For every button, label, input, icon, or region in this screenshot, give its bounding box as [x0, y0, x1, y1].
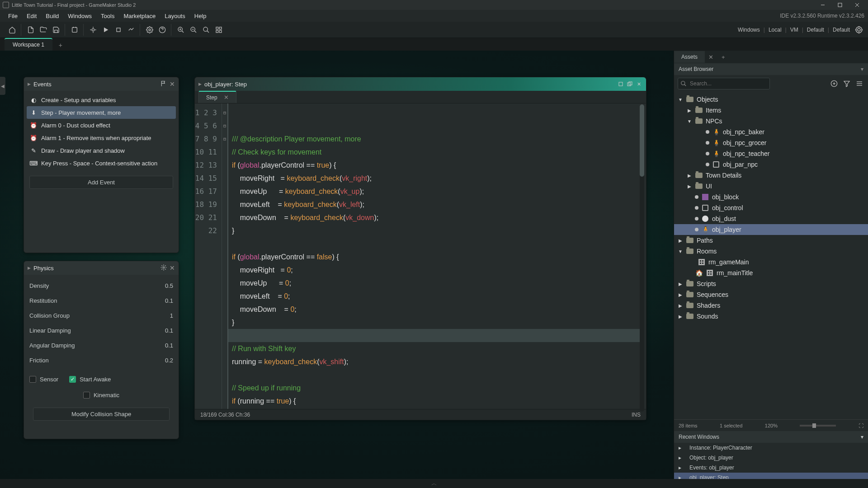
tree-arrow-icon[interactable] [678, 249, 683, 254]
game-options-button[interactable] [144, 24, 156, 36]
docks-button[interactable] [213, 24, 225, 36]
tree-item[interactable]: obj_dust [674, 213, 868, 224]
menu-layouts[interactable]: Layouts [160, 11, 190, 21]
tree-item[interactable]: 🧍obj_npc_grocer [674, 137, 868, 148]
create-exe-button[interactable] [69, 24, 80, 36]
events-close-icon[interactable]: ✕ [170, 80, 175, 88]
code-text-area[interactable]: /// @description Player movement, more /… [228, 103, 646, 409]
tree-item[interactable]: 🧍obj_npc_baker [674, 127, 868, 137]
tree-arrow-icon[interactable] [678, 282, 683, 286]
search-input[interactable] [678, 78, 770, 89]
home-button[interactable] [6, 24, 18, 36]
tree-arrow-icon[interactable] [687, 184, 692, 189]
event-item[interactable]: ⌨Key Press - Space - Context-sensitive a… [27, 157, 176, 169]
tree-item[interactable]: NPCs [674, 116, 868, 127]
close-tab-icon[interactable]: ✕ [224, 94, 229, 101]
tree-item[interactable]: Sounds [674, 311, 868, 322]
recent-windows-header[interactable]: Recent Windows ▾ [674, 431, 868, 443]
new-project-button[interactable] [25, 24, 37, 36]
clean-button[interactable] [125, 24, 137, 36]
tree-item[interactable]: Scripts [674, 278, 868, 289]
menu-build[interactable]: Build [41, 11, 63, 21]
event-item[interactable]: ⬇Step - Player movement, more [27, 106, 176, 119]
tree-item[interactable]: Objects [674, 94, 868, 105]
save-project-button[interactable] [50, 24, 62, 36]
add-asset-button[interactable] [829, 79, 839, 89]
menu-windows[interactable]: Windows [63, 11, 96, 21]
tree-item[interactable]: obj_control [674, 202, 868, 213]
event-item[interactable]: ◐Create - Setup and variables [27, 94, 176, 106]
tree-item[interactable]: 🧍obj_npc_teacher [674, 148, 868, 159]
tree-item[interactable]: rm_gameMain [674, 257, 868, 267]
assets-tab-close[interactable]: ✕ [705, 54, 717, 61]
tree-arrow-icon[interactable] [678, 238, 683, 243]
tree-arrow-icon[interactable] [678, 314, 683, 319]
zoom-in-button[interactable] [175, 24, 187, 36]
menu-tools[interactable]: Tools [96, 11, 119, 21]
tree-arrow-icon[interactable] [678, 97, 683, 102]
code-tab-step[interactable]: Step ✕ [198, 91, 236, 103]
maximize-button[interactable] [832, 0, 848, 9]
event-item[interactable]: ✎Draw - Draw player and shadow [27, 144, 176, 157]
stop-button[interactable] [113, 24, 124, 36]
recent-item[interactable]: ▸Events: obj_player [674, 463, 868, 473]
open-project-button[interactable] [38, 24, 49, 36]
collapsed-panel-stub[interactable]: ◀ [0, 77, 5, 95]
tree-arrow-icon[interactable] [678, 292, 683, 297]
event-item[interactable]: ⏰Alarm 0 - Dust cloud effect [27, 119, 176, 131]
menu-marketplace[interactable]: Marketplace [119, 11, 160, 21]
gear-icon[interactable] [160, 264, 167, 272]
expand-icon[interactable]: ⛶ [859, 423, 863, 428]
tree-item[interactable]: Town Details [674, 170, 868, 181]
tree-item[interactable]: Shaders [674, 300, 868, 311]
menu-help[interactable]: Help [190, 11, 211, 21]
physics-value[interactable]: 0.1 [165, 327, 173, 334]
fold-column[interactable]: ⊟ ⊟ ⊟ [222, 103, 228, 409]
recent-item[interactable]: ▸Object: obj_player [674, 453, 868, 463]
tree-arrow-icon[interactable] [687, 173, 692, 178]
asset-browser-header[interactable]: Asset Browser ▾ [674, 63, 868, 75]
tree-item[interactable]: Paths [674, 235, 868, 246]
close-button[interactable] [849, 0, 865, 9]
tree-item[interactable]: obj_block [674, 192, 868, 202]
recent-item[interactable]: ▸obj_player: Step [674, 473, 868, 479]
bottom-dock-handle[interactable]: ︿ [0, 479, 868, 488]
workspace-canvas[interactable]: ◀ ▶Events ✕ ◐Create - Setup and variable… [0, 51, 868, 479]
zoom-out-button[interactable] [188, 24, 199, 36]
minimize-button[interactable] [815, 0, 831, 9]
run-button[interactable] [100, 24, 112, 36]
code-restore-icon[interactable] [617, 81, 624, 87]
target-vm[interactable]: VM [790, 27, 798, 33]
target-local[interactable]: Local [769, 27, 782, 33]
event-item[interactable]: ⏰Alarm 1 - Remove items when appropriate [27, 131, 176, 144]
target-default1[interactable]: Default [807, 27, 824, 33]
tree-arrow-icon[interactable] [687, 108, 692, 113]
tree-arrow-icon[interactable] [687, 119, 692, 124]
physics-value[interactable]: 0.1 [165, 342, 173, 349]
tree-item[interactable]: UI [674, 181, 868, 192]
physics-value[interactable]: 1 [170, 312, 173, 319]
assets-tab-add[interactable]: + [717, 54, 730, 61]
menu-file[interactable]: File [4, 11, 22, 21]
target-icon[interactable] [854, 24, 864, 35]
sensor-checkbox[interactable]: Sensor [29, 376, 58, 383]
modify-collision-button[interactable]: Modify Collision Shape [33, 408, 170, 421]
target-windows[interactable]: Windows [738, 27, 760, 33]
flag-icon[interactable] [160, 80, 167, 88]
zoom-reset-button[interactable] [200, 24, 212, 36]
add-event-button[interactable]: Add Event [29, 176, 173, 189]
zoom-slider[interactable] [800, 425, 836, 427]
tree-arrow-icon[interactable] [678, 303, 683, 308]
help-button[interactable] [156, 24, 168, 36]
menu-edit[interactable]: Edit [22, 11, 41, 21]
physics-value[interactable]: 0.1 [165, 297, 173, 304]
kinematic-checkbox[interactable]: Kinematic [83, 392, 119, 399]
tree-item[interactable]: Items [674, 105, 868, 116]
assets-tab[interactable]: Assets [674, 51, 705, 63]
tree-item[interactable]: 🏠rm_mainTitle [674, 267, 868, 278]
tree-item[interactable]: Sequences [674, 289, 868, 300]
tree-item[interactable]: Rooms [674, 246, 868, 257]
workspace-tab[interactable]: Workspace 1 [5, 38, 52, 51]
menu-button[interactable] [854, 79, 864, 89]
physics-value[interactable]: 0.2 [165, 357, 173, 364]
